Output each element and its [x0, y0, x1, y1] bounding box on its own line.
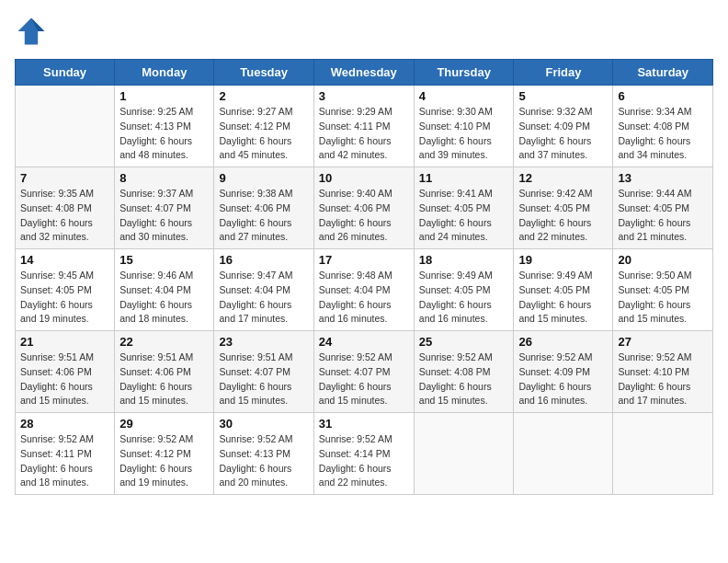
- day-info: Sunrise: 9:52 AMSunset: 4:13 PMDaylight:…: [219, 432, 308, 490]
- day-info: Sunrise: 9:52 AMSunset: 4:08 PMDaylight:…: [419, 350, 509, 408]
- day-info: Sunrise: 9:47 AMSunset: 4:04 PMDaylight:…: [219, 269, 308, 327]
- day-number: 29: [119, 417, 209, 431]
- header-thursday: Thursday: [414, 60, 514, 86]
- day-number: 15: [119, 253, 209, 267]
- day-info: Sunrise: 9:37 AMSunset: 4:07 PMDaylight:…: [119, 187, 209, 245]
- day-info: Sunrise: 9:51 AMSunset: 4:06 PMDaylight:…: [119, 350, 209, 408]
- day-number: 27: [618, 335, 708, 349]
- day-number: 28: [20, 417, 109, 431]
- week-row-3: 21Sunrise: 9:51 AMSunset: 4:06 PMDayligh…: [16, 331, 713, 413]
- day-info: Sunrise: 9:42 AMSunset: 4:05 PMDaylight:…: [518, 187, 608, 245]
- day-number: 7: [20, 171, 109, 185]
- day-cell: 13Sunrise: 9:44 AMSunset: 4:05 PMDayligh…: [613, 167, 713, 249]
- day-number: 24: [319, 335, 409, 349]
- header-monday: Monday: [115, 60, 214, 86]
- day-cell: 4Sunrise: 9:30 AMSunset: 4:10 PMDaylight…: [414, 86, 514, 167]
- header-wednesday: Wednesday: [313, 60, 414, 86]
- day-info: Sunrise: 9:48 AMSunset: 4:04 PMDaylight:…: [319, 269, 409, 327]
- day-info: Sunrise: 9:32 AMSunset: 4:09 PMDaylight:…: [518, 105, 608, 163]
- day-number: 17: [319, 253, 409, 267]
- week-row-0: 1Sunrise: 9:25 AMSunset: 4:13 PMDaylight…: [16, 86, 713, 167]
- day-cell: [514, 413, 613, 495]
- day-cell: 23Sunrise: 9:51 AMSunset: 4:07 PMDayligh…: [214, 331, 313, 413]
- day-number: 21: [20, 335, 109, 349]
- day-cell: 14Sunrise: 9:45 AMSunset: 4:05 PMDayligh…: [16, 249, 115, 331]
- day-cell: 22Sunrise: 9:51 AMSunset: 4:06 PMDayligh…: [115, 331, 214, 413]
- day-info: Sunrise: 9:52 AMSunset: 4:12 PMDaylight:…: [119, 432, 209, 490]
- week-row-2: 14Sunrise: 9:45 AMSunset: 4:05 PMDayligh…: [16, 249, 713, 331]
- day-cell: 20Sunrise: 9:50 AMSunset: 4:05 PMDayligh…: [613, 249, 713, 331]
- day-number: 5: [518, 89, 608, 103]
- day-cell: 10Sunrise: 9:40 AMSunset: 4:06 PMDayligh…: [313, 167, 414, 249]
- day-info: Sunrise: 9:41 AMSunset: 4:05 PMDaylight:…: [419, 187, 509, 245]
- week-row-4: 28Sunrise: 9:52 AMSunset: 4:11 PMDayligh…: [16, 413, 713, 495]
- day-cell: 7Sunrise: 9:35 AMSunset: 4:08 PMDaylight…: [16, 167, 115, 249]
- day-number: 30: [219, 417, 308, 431]
- day-number: 16: [219, 253, 308, 267]
- day-info: Sunrise: 9:30 AMSunset: 4:10 PMDaylight:…: [419, 105, 509, 163]
- day-info: Sunrise: 9:44 AMSunset: 4:05 PMDaylight:…: [618, 187, 708, 245]
- calendar-header: SundayMondayTuesdayWednesdayThursdayFrid…: [16, 60, 713, 86]
- day-cell: [414, 413, 514, 495]
- day-info: Sunrise: 9:34 AMSunset: 4:08 PMDaylight:…: [618, 105, 708, 163]
- day-cell: 1Sunrise: 9:25 AMSunset: 4:13 PMDaylight…: [115, 86, 214, 167]
- day-info: Sunrise: 9:49 AMSunset: 4:05 PMDaylight:…: [518, 269, 608, 327]
- day-info: Sunrise: 9:46 AMSunset: 4:04 PMDaylight:…: [119, 269, 209, 327]
- day-info: Sunrise: 9:51 AMSunset: 4:07 PMDaylight:…: [219, 350, 308, 408]
- day-info: Sunrise: 9:40 AMSunset: 4:06 PMDaylight:…: [319, 187, 409, 245]
- day-number: 13: [618, 171, 708, 185]
- day-number: 26: [518, 335, 608, 349]
- day-cell: 29Sunrise: 9:52 AMSunset: 4:12 PMDayligh…: [115, 413, 214, 495]
- calendar-table: SundayMondayTuesdayWednesdayThursdayFrid…: [15, 59, 713, 495]
- logo: [15, 15, 53, 48]
- day-number: 31: [319, 417, 409, 431]
- day-cell: 17Sunrise: 9:48 AMSunset: 4:04 PMDayligh…: [313, 249, 414, 331]
- day-number: 20: [618, 253, 708, 267]
- header-saturday: Saturday: [613, 60, 713, 86]
- day-info: Sunrise: 9:35 AMSunset: 4:08 PMDaylight:…: [20, 187, 109, 245]
- day-info: Sunrise: 9:45 AMSunset: 4:05 PMDaylight:…: [20, 269, 109, 327]
- day-cell: 26Sunrise: 9:52 AMSunset: 4:09 PMDayligh…: [514, 331, 613, 413]
- day-cell: 21Sunrise: 9:51 AMSunset: 4:06 PMDayligh…: [16, 331, 115, 413]
- day-number: 19: [518, 253, 608, 267]
- day-info: Sunrise: 9:51 AMSunset: 4:06 PMDaylight:…: [20, 350, 109, 408]
- day-number: 11: [419, 171, 509, 185]
- day-number: 10: [319, 171, 409, 185]
- day-cell: 28Sunrise: 9:52 AMSunset: 4:11 PMDayligh…: [16, 413, 115, 495]
- day-number: 1: [119, 89, 209, 103]
- day-cell: 11Sunrise: 9:41 AMSunset: 4:05 PMDayligh…: [414, 167, 514, 249]
- header-tuesday: Tuesday: [214, 60, 313, 86]
- day-cell: 5Sunrise: 9:32 AMSunset: 4:09 PMDaylight…: [514, 86, 613, 167]
- day-number: 25: [419, 335, 509, 349]
- day-cell: 25Sunrise: 9:52 AMSunset: 4:08 PMDayligh…: [414, 331, 514, 413]
- day-info: Sunrise: 9:38 AMSunset: 4:06 PMDaylight:…: [219, 187, 308, 245]
- day-cell: [613, 413, 713, 495]
- day-cell: 6Sunrise: 9:34 AMSunset: 4:08 PMDaylight…: [613, 86, 713, 167]
- page-header: [15, 15, 713, 48]
- day-cell: 30Sunrise: 9:52 AMSunset: 4:13 PMDayligh…: [214, 413, 313, 495]
- day-cell: [16, 86, 115, 167]
- day-number: 4: [419, 89, 509, 103]
- logo-icon: [15, 15, 48, 48]
- day-info: Sunrise: 9:52 AMSunset: 4:10 PMDaylight:…: [618, 350, 708, 408]
- day-number: 12: [518, 171, 608, 185]
- day-cell: 3Sunrise: 9:29 AMSunset: 4:11 PMDaylight…: [313, 86, 414, 167]
- day-number: 6: [618, 89, 708, 103]
- day-cell: 2Sunrise: 9:27 AMSunset: 4:12 PMDaylight…: [214, 86, 313, 167]
- day-cell: 8Sunrise: 9:37 AMSunset: 4:07 PMDaylight…: [115, 167, 214, 249]
- day-info: Sunrise: 9:27 AMSunset: 4:12 PMDaylight:…: [219, 105, 308, 163]
- day-cell: 31Sunrise: 9:52 AMSunset: 4:14 PMDayligh…: [313, 413, 414, 495]
- day-cell: 16Sunrise: 9:47 AMSunset: 4:04 PMDayligh…: [214, 249, 313, 331]
- day-number: 14: [20, 253, 109, 267]
- day-number: 9: [219, 171, 308, 185]
- day-number: 8: [119, 171, 209, 185]
- header-sunday: Sunday: [16, 60, 115, 86]
- calendar-body: 1Sunrise: 9:25 AMSunset: 4:13 PMDaylight…: [16, 86, 713, 495]
- week-row-1: 7Sunrise: 9:35 AMSunset: 4:08 PMDaylight…: [16, 167, 713, 249]
- header-friday: Friday: [514, 60, 613, 86]
- header-row: SundayMondayTuesdayWednesdayThursdayFrid…: [16, 60, 713, 86]
- day-info: Sunrise: 9:52 AMSunset: 4:07 PMDaylight:…: [319, 350, 409, 408]
- day-cell: 12Sunrise: 9:42 AMSunset: 4:05 PMDayligh…: [514, 167, 613, 249]
- day-cell: 24Sunrise: 9:52 AMSunset: 4:07 PMDayligh…: [313, 331, 414, 413]
- day-number: 22: [119, 335, 209, 349]
